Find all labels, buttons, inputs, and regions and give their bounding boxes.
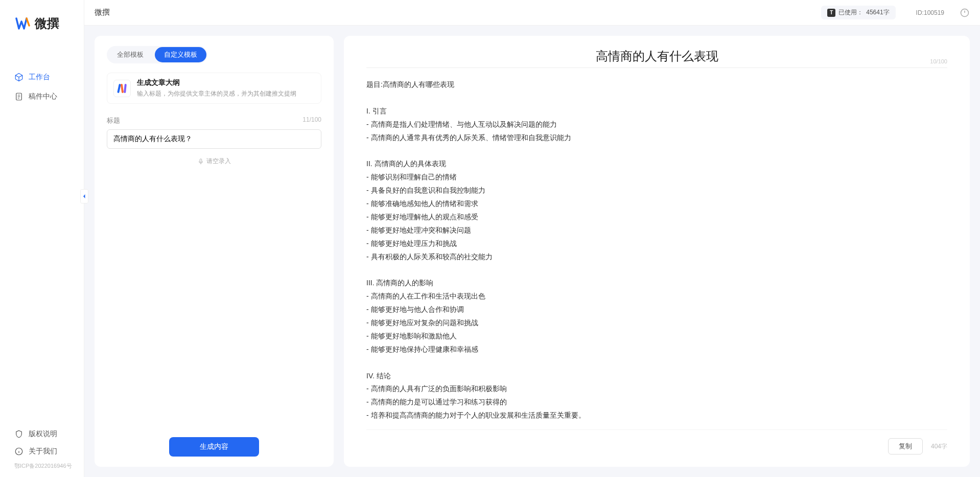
svg-rect-3	[200, 158, 202, 162]
icp-text: 鄂ICP备2022016946号	[0, 460, 84, 470]
template-title: 生成文章大纲	[137, 78, 296, 87]
cube-icon	[14, 73, 24, 82]
voice-hint[interactable]: 请空录入	[107, 157, 321, 166]
word-count: 404字	[931, 442, 947, 451]
sidebar: 微撰 工作台 稿件中心 版权说明 关于我们 鄂ICP备2022016946号	[0, 0, 84, 477]
logo-icon	[15, 16, 31, 31]
copy-button[interactable]: 复制	[888, 438, 923, 455]
footer-label: 版权说明	[29, 429, 57, 439]
document-icon	[14, 92, 24, 101]
text-t-icon: T	[827, 9, 835, 17]
output-panel: 高情商的人有什么表现 10/100 题目:高情商的人有哪些表现 I. 引言 - …	[344, 36, 970, 467]
generate-button[interactable]: 生成内容	[169, 437, 259, 457]
nav-label: 工作台	[29, 73, 50, 82]
template-tabs: 全部模板 自定义模板	[107, 46, 207, 63]
nav-workbench[interactable]: 工作台	[0, 67, 84, 87]
sidebar-collapse-handle[interactable]	[80, 189, 88, 203]
logo-text: 微撰	[35, 15, 59, 32]
nav-label: 稿件中心	[29, 92, 57, 101]
footer-copyright[interactable]: 版权说明	[0, 425, 84, 443]
output-footer: 复制 404字	[366, 429, 947, 455]
footer-label: 关于我们	[29, 447, 57, 456]
output-title: 高情商的人有什么表现	[366, 48, 947, 64]
chevron-left-icon	[82, 194, 87, 199]
usage-value: 45641字	[866, 8, 889, 17]
tab-custom-templates[interactable]: 自定义模板	[155, 47, 206, 62]
topbar: 微撰 T 已使用： 45641字 ID:100519	[84, 0, 980, 26]
title-label: 标题	[107, 116, 120, 125]
output-body[interactable]: 题目:高情商的人有哪些表现 I. 引言 - 高情商是指人们处理情绪、与他人互动以…	[366, 78, 947, 429]
template-icon	[113, 80, 131, 97]
divider	[366, 67, 947, 68]
usage-pill[interactable]: T 已使用： 45641字	[821, 6, 895, 19]
template-card[interactable]: 生成文章大纲 输入标题，为你提供文章主体的灵感，并为其创建推文提纲	[107, 73, 321, 104]
sidebar-footer: 版权说明 关于我们 鄂ICP备2022016946号	[0, 425, 84, 477]
title-input[interactable]	[107, 129, 321, 149]
shield-icon	[14, 429, 24, 439]
template-desc: 输入标题，为你提供文章主体的灵感，并为其创建推文提纲	[137, 89, 296, 98]
usage-label: 已使用：	[838, 8, 863, 17]
page-title: 微撰	[95, 8, 110, 17]
tab-all-templates[interactable]: 全部模板	[108, 47, 153, 62]
nav: 工作台 稿件中心	[0, 42, 84, 425]
logo[interactable]: 微撰	[0, 0, 84, 42]
microphone-icon	[197, 158, 204, 165]
main: 全部模板 自定义模板 生成文章大纲 输入标题，为你提供文章主体的灵感，并为其创建…	[84, 26, 980, 477]
nav-drafts[interactable]: 稿件中心	[0, 87, 84, 106]
info-icon	[14, 447, 24, 456]
footer-about[interactable]: 关于我们	[0, 443, 84, 460]
title-counter: 11/100	[302, 116, 321, 125]
output-title-counter: 10/100	[930, 58, 947, 64]
input-panel: 全部模板 自定义模板 生成文章大纲 输入标题，为你提供文章主体的灵感，并为其创建…	[95, 36, 334, 467]
power-icon[interactable]	[960, 8, 970, 18]
user-id: ID:100519	[916, 9, 944, 16]
